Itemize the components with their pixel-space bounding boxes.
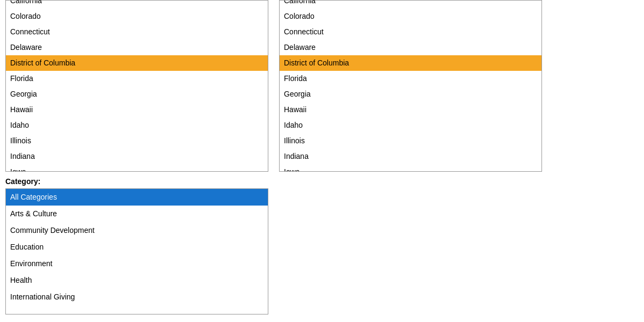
- list-item[interactable]: District of Columbia: [280, 55, 541, 71]
- list-item[interactable]: Indiana: [6, 149, 268, 164]
- category-item[interactable]: Arts & Culture: [6, 206, 268, 222]
- list-item[interactable]: Delaware: [6, 40, 268, 55]
- list-item[interactable]: Idaho: [6, 118, 268, 133]
- list-item[interactable]: Hawaii: [280, 102, 541, 118]
- list-item[interactable]: Hawaii: [6, 102, 268, 118]
- category-item[interactable]: Environment: [6, 255, 268, 272]
- list-item[interactable]: Idaho: [280, 118, 541, 133]
- category-item[interactable]: Community Development: [6, 222, 268, 239]
- list-item[interactable]: Iowa: [6, 164, 268, 172]
- list-item[interactable]: Iowa: [280, 164, 541, 172]
- list-item[interactable]: Illinois: [280, 133, 541, 149]
- list-item[interactable]: Indiana: [280, 149, 541, 164]
- list-item[interactable]: California: [280, 0, 541, 9]
- list-item[interactable]: Illinois: [6, 133, 268, 149]
- list-item[interactable]: District of Columbia: [6, 55, 268, 71]
- list-item[interactable]: Georgia: [280, 86, 541, 102]
- list-item[interactable]: Colorado: [280, 9, 541, 24]
- list-item[interactable]: Georgia: [6, 86, 268, 102]
- list-item[interactable]: Connecticut: [6, 24, 268, 40]
- state-list-2[interactable]: AlabamaAlaskaArizonaArkansasCaliforniaCo…: [279, 0, 542, 172]
- page-container: AlabamaAlaskaArizonaArkansasCaliforniaCo…: [0, 0, 644, 322]
- category-item[interactable]: Education: [6, 239, 268, 255]
- list-item[interactable]: Delaware: [280, 40, 541, 55]
- category-section: Category: All CategoriesArts & CultureCo…: [0, 177, 644, 314]
- list-item[interactable]: Florida: [6, 71, 268, 86]
- category-item[interactable]: All Categories: [6, 189, 268, 206]
- category-item[interactable]: International Giving: [6, 289, 268, 305]
- state-list-1[interactable]: AlabamaAlaskaArizonaArkansasCaliforniaCo…: [5, 0, 268, 172]
- list-item[interactable]: Colorado: [6, 9, 268, 24]
- list-item[interactable]: Connecticut: [280, 24, 541, 40]
- category-item[interactable]: Health: [6, 272, 268, 289]
- lists-row: AlabamaAlaskaArizonaArkansasCaliforniaCo…: [0, 0, 644, 172]
- list-item[interactable]: Florida: [280, 71, 541, 86]
- category-list[interactable]: All CategoriesArts & CultureCommunity De…: [5, 188, 268, 314]
- category-label: Category:: [5, 177, 644, 186]
- list-item[interactable]: California: [6, 0, 268, 9]
